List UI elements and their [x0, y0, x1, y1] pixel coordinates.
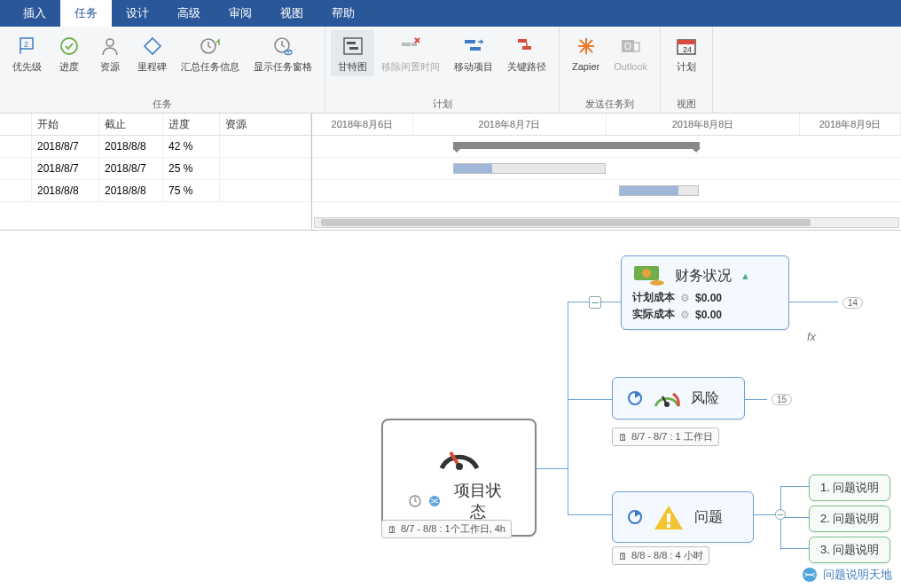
svg-point-3 — [106, 39, 114, 46]
node-issue-child[interactable]: 1. 问题说明 — [809, 474, 890, 501]
clock-up-icon — [197, 34, 223, 59]
svg-point-30 — [664, 402, 670, 407]
zapier-icon — [573, 34, 599, 59]
calendar-icon: 🗓 — [618, 432, 628, 443]
globe-icon — [427, 494, 442, 508]
ribbon-panel: 2 优先级 进度 资源 里程碑 汇总任务信息 显示任务窗格 — [0, 27, 901, 114]
svg-point-28 — [650, 280, 664, 286]
progress-button[interactable]: 进度 — [49, 30, 90, 76]
svg-point-27 — [642, 269, 651, 278]
gauge-icon — [433, 435, 486, 474]
clock-eye-icon — [270, 34, 296, 59]
warning-icon — [652, 503, 686, 531]
svg-point-7 — [287, 51, 289, 53]
outlook-button[interactable]: O Outlook — [607, 30, 654, 76]
flag-icon: 2 — [14, 34, 41, 59]
svg-point-23 — [456, 463, 463, 470]
svg-rect-11 — [402, 43, 411, 46]
gantt-bar[interactable] — [453, 163, 606, 174]
milestone-button[interactable]: 里程碑 — [130, 30, 174, 76]
tab-insert[interactable]: 插入 — [9, 0, 60, 27]
gantt-row — [312, 158, 901, 180]
group-label-task: 任务 — [5, 94, 319, 113]
group-label-view: 视图 — [666, 94, 707, 113]
svg-rect-9 — [347, 42, 356, 44]
move-project-button[interactable]: 移动项目 — [447, 30, 500, 76]
node-risk[interactable]: 风险 — [612, 377, 745, 419]
table-row[interactable]: 2018/8/7 2018/8/8 42 % — [0, 136, 311, 158]
svg-rect-10 — [349, 47, 358, 50]
col-end[interactable]: 截止 — [99, 114, 163, 135]
split-pane: 开始 截止 进度 资源 2018/8/7 2018/8/8 42 % 2018/… — [0, 114, 901, 231]
col-start[interactable]: 开始 — [32, 114, 99, 135]
gantt-summary-bar[interactable] — [453, 142, 700, 149]
pie-icon — [627, 509, 643, 525]
node-issue-child[interactable]: 3. 问题说明 — [809, 537, 890, 563]
col-resource[interactable]: 资源 — [220, 114, 311, 135]
svg-rect-33 — [667, 524, 670, 528]
gear-icon[interactable]: ⚙ — [680, 292, 690, 304]
tab-design[interactable]: 设计 — [112, 0, 163, 27]
gantt-row — [312, 180, 901, 202]
svg-rect-13 — [465, 40, 475, 43]
resource-button[interactable]: 资源 — [90, 30, 130, 76]
col-progress[interactable]: 进度 — [163, 114, 220, 135]
ribbon-group-plan: 甘特图 移除闲置时间 移动项目 关键路径 计划 — [325, 27, 560, 113]
money-icon — [632, 263, 666, 288]
remove-idle-button[interactable]: 移除闲置时间 — [374, 30, 447, 76]
node-issue-child[interactable]: 2. 问题说明 — [809, 506, 890, 532]
diamond-icon — [139, 34, 166, 59]
calendar-icon: 🗓 — [388, 524, 397, 535]
mindmap-canvas[interactable]: 项目状态 🗓 8/7 - 8/8 : 1个工作日, 4h 财务状况 ▲ 计划成本… — [0, 231, 901, 588]
show-taskpane-button[interactable]: 显示任务窗格 — [247, 30, 319, 76]
gantt-header: 2018年8月6日 2018年8月7日 2018年8月8日 2018年8月9日 — [312, 114, 901, 136]
gantt-hscrollbar[interactable] — [314, 217, 899, 228]
ribbon-group-task: 2 优先级 进度 资源 里程碑 汇总任务信息 显示任务窗格 — [0, 27, 325, 113]
connector — [568, 514, 612, 515]
tab-review[interactable]: 审阅 — [215, 0, 266, 27]
rollup-button[interactable]: 汇总任务信息 — [174, 30, 247, 76]
svg-rect-21 — [678, 40, 695, 44]
outlook-icon: O — [617, 34, 644, 59]
ribbon-group-send: Zapier O Outlook 发送任务到 — [560, 27, 661, 113]
priority-button[interactable]: 2 优先级 — [5, 30, 49, 76]
remove-idle-icon — [397, 34, 424, 59]
connector — [537, 468, 568, 469]
svg-rect-14 — [470, 47, 481, 51]
connector — [789, 302, 838, 302]
connector — [780, 548, 809, 549]
gantt-bar[interactable] — [619, 185, 699, 196]
tab-help[interactable]: 帮助 — [317, 0, 369, 27]
node-issue[interactable]: 问题 — [612, 491, 754, 543]
schedule-button[interactable]: 24 计划 — [666, 30, 707, 76]
tab-view[interactable]: 视图 — [266, 0, 317, 27]
person-icon — [97, 34, 123, 59]
tab-advanced[interactable]: 高级 — [163, 0, 215, 27]
connector — [780, 486, 809, 487]
expander[interactable] — [775, 509, 786, 520]
node-finance[interactable]: 财务状况 ▲ 计划成本⚙$0.00 实际成本⚙$0.00 — [621, 255, 789, 330]
gear-icon[interactable]: ⚙ — [680, 309, 690, 321]
gantt-icon — [340, 34, 366, 59]
tab-task[interactable]: 任务 — [60, 0, 112, 27]
risk-date: 🗓 8/7 - 8/7 : 1 工作日 — [612, 427, 719, 446]
svg-rect-8 — [344, 38, 362, 54]
note-icon[interactable] — [589, 296, 601, 309]
connector — [568, 302, 568, 514]
zapier-button[interactable]: Zapier — [565, 30, 607, 76]
svg-rect-32 — [667, 514, 670, 522]
gantt-chart[interactable]: 2018年8月6日 2018年8月7日 2018年8月8日 2018年8月9日 — [312, 114, 901, 230]
gantt-button[interactable]: 甘特图 — [331, 30, 374, 76]
group-label-plan: 计划 — [331, 94, 553, 113]
table-row[interactable]: 2018/8/7 2018/8/7 25 % — [0, 158, 311, 180]
svg-rect-16 — [522, 46, 531, 50]
svg-text:24: 24 — [683, 45, 692, 54]
critical-path-button[interactable]: 关键路径 — [500, 30, 553, 76]
svg-rect-12 — [411, 43, 417, 46]
critical-icon — [513, 34, 540, 59]
risk-tag: 15 — [772, 394, 792, 405]
table-row[interactable]: 2018/8/8 2018/8/8 75 % — [0, 180, 311, 202]
collapse-icon[interactable]: ▲ — [740, 270, 750, 281]
check-circle-icon — [56, 34, 82, 59]
svg-text:2: 2 — [24, 40, 28, 49]
